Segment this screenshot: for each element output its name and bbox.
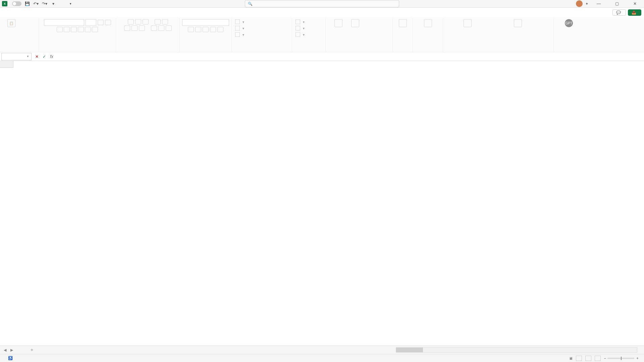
maximize-button[interactable]: ▢ (609, 0, 625, 8)
sparkle-icon[interactable]: ✦ (585, 2, 588, 6)
title-bar: X 💾 ↶▾ ↷▾ ▾ ▾ 🔍 ✦ — ▢ ✕ (0, 0, 644, 8)
status-accessibility[interactable]: ♿ (8, 356, 13, 360)
chevron-down-icon[interactable]: ▼ (26, 55, 29, 58)
save-icon[interactable]: 💾 (24, 1, 30, 7)
toggle-icon[interactable] (12, 1, 21, 6)
orientation-icon[interactable] (155, 19, 161, 24)
addins-icon (399, 19, 407, 27)
excel-logo-icon: X (2, 1, 7, 6)
search-icon: 🔍 (248, 2, 253, 6)
align-bot-icon[interactable] (143, 19, 149, 24)
percent-icon[interactable] (195, 27, 201, 32)
tab-file[interactable] (2, 11, 9, 14)
wrap-icon[interactable] (162, 19, 168, 24)
user-avatar-icon[interactable] (576, 0, 583, 7)
data-analysis-button[interactable] (421, 19, 435, 28)
comma-icon[interactable] (203, 27, 209, 32)
bold-icon[interactable] (57, 27, 63, 32)
font-color-icon[interactable] (92, 27, 98, 32)
group-clipboard-label (5, 51, 36, 52)
group-addins-label (395, 51, 410, 52)
sort-filter-button[interactable] (332, 19, 345, 28)
formula-bar-row: ▼ ✕ ✓ fx (0, 52, 644, 61)
cond-format-button[interactable]: ▾ (234, 19, 245, 24)
minimize-button[interactable]: — (591, 0, 606, 8)
border-icon[interactable] (78, 27, 84, 32)
grow-font-icon[interactable] (98, 20, 104, 25)
format-cells-button[interactable]: ▾ (295, 32, 305, 37)
undo-icon[interactable]: ↶▾ (33, 1, 39, 7)
align-mid-icon[interactable] (135, 19, 141, 24)
view-page-layout-icon[interactable] (585, 356, 591, 361)
status-bar: ♿ 🖥 − ＋ (0, 354, 644, 362)
merge-icon[interactable] (166, 25, 172, 31)
autosave-toggle[interactable] (10, 1, 21, 6)
number-format-select[interactable] (182, 19, 229, 26)
align-top-icon[interactable] (128, 19, 134, 24)
paste-button[interactable]: 📋 (5, 19, 18, 28)
fx-icon[interactable]: fx (48, 54, 55, 59)
zoom-slider[interactable]: − ＋ (604, 356, 641, 361)
worksheet-grid[interactable] (0, 61, 644, 343)
close-button[interactable]: ✕ (627, 0, 643, 8)
group-cells-label (295, 51, 323, 52)
name-box[interactable]: ▼ (1, 53, 32, 60)
delete-cells-button[interactable]: ▾ (295, 25, 305, 31)
clipboard-icon: 📋 (7, 19, 15, 27)
display-settings-button[interactable]: 🖥 (569, 356, 573, 360)
horizontal-scrollbar[interactable] (396, 347, 637, 353)
magnifier-icon (351, 19, 359, 27)
dec-inc-icon[interactable] (210, 27, 216, 32)
view-normal-icon[interactable] (576, 356, 582, 361)
comments-button[interactable]: 💬 (612, 9, 626, 16)
align-left-icon[interactable] (124, 25, 130, 31)
group-font-label (42, 51, 113, 52)
document-name[interactable]: ▾ (68, 2, 71, 5)
find-select-button[interactable] (348, 19, 362, 28)
redo-icon[interactable]: ↷▾ (42, 1, 48, 7)
dec-dec-icon[interactable] (217, 27, 223, 32)
font-family-select[interactable] (44, 19, 84, 26)
gpt-icon: GPT (565, 19, 573, 27)
align-right-icon[interactable] (139, 25, 145, 31)
chatgpt-button[interactable]: GPT (562, 19, 576, 28)
funnel-icon (334, 19, 342, 27)
ribbon: 📋 (0, 17, 644, 52)
sheet-nav-next-icon[interactable]: ▶ (9, 348, 15, 352)
align-center-icon[interactable] (131, 25, 138, 31)
zoom-in-icon[interactable]: ＋ (636, 356, 639, 361)
italic-icon[interactable] (64, 27, 70, 32)
analysis-icon (424, 19, 432, 27)
adobe-create-link-button[interactable] (446, 19, 489, 28)
search-input[interactable]: 🔍 (245, 0, 399, 7)
addins-button[interactable] (396, 19, 410, 28)
select-all-button[interactable] (0, 61, 13, 68)
underline-icon[interactable] (71, 27, 77, 32)
shrink-font-icon[interactable] (105, 20, 111, 25)
fill-color-icon[interactable] (85, 27, 91, 32)
currency-icon[interactable] (188, 27, 194, 32)
group-ai-label (556, 51, 581, 52)
cancel-formula-icon[interactable]: ✕ (34, 54, 40, 59)
adobe-create-outlook-button[interactable] (496, 19, 540, 28)
cell-styles-button[interactable]: ▾ (234, 32, 245, 37)
group-analysis-label (416, 51, 440, 52)
view-page-break-icon[interactable] (595, 356, 601, 361)
insert-icon (296, 19, 300, 24)
indent-inc-icon[interactable] (158, 25, 164, 31)
add-sheet-button[interactable]: ＋ (27, 346, 37, 354)
zoom-out-icon[interactable]: − (604, 356, 606, 360)
qat-custom-icon[interactable]: ▾ (50, 1, 56, 7)
confirm-formula-icon[interactable]: ✓ (41, 54, 48, 59)
font-size-select[interactable] (86, 19, 96, 26)
insert-cells-button[interactable]: ▾ (295, 19, 305, 24)
sheet-tab-bar: ◀ ▶ ＋ (0, 346, 644, 354)
zoom-track[interactable] (607, 358, 634, 359)
indent-dec-icon[interactable] (151, 25, 157, 31)
ribbon-tabs: 💬 📤 (0, 8, 644, 17)
format-icon (296, 32, 300, 37)
share-button[interactable]: 📤 (628, 9, 641, 16)
sheet-nav-prev-icon[interactable]: ◀ (2, 348, 8, 352)
group-align-label (119, 51, 177, 52)
format-as-table-button[interactable]: ▾ (234, 25, 245, 31)
